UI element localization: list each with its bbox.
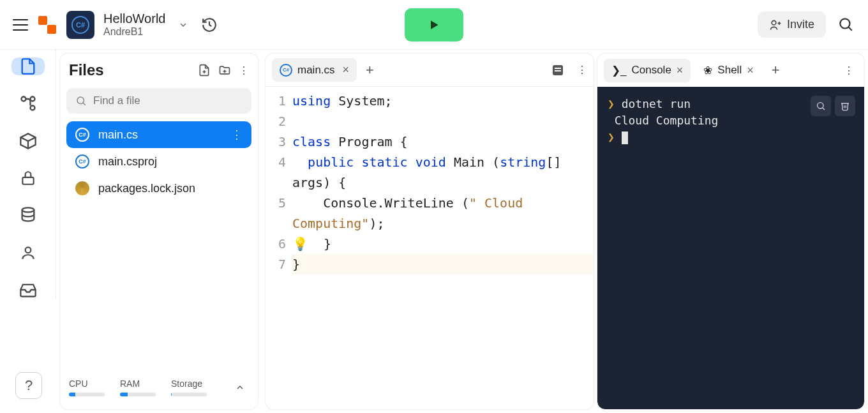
tab-label: Console <box>631 64 671 77</box>
tab-shell[interactable]: ❀ Shell × <box>696 59 761 82</box>
csharp-icon: C# <box>71 16 89 34</box>
svg-rect-9 <box>22 177 33 184</box>
terminal-search-icon[interactable] <box>811 96 831 116</box>
project-icon: C# <box>66 11 94 39</box>
stat-cpu[interactable]: CPU <box>69 379 105 396</box>
chevron-up-icon[interactable] <box>235 382 249 393</box>
code-text: Console.WriteLine ( <box>292 195 469 211</box>
rail-files[interactable] <box>11 57 45 75</box>
code-text: } <box>308 236 331 252</box>
project-info[interactable]: HelloWorld AndreB1 <box>103 11 165 38</box>
file-more-icon[interactable]: ⋮ <box>231 128 243 142</box>
chevron-down-icon[interactable] <box>174 20 192 30</box>
file-item-main-cs[interactable]: C# main.cs ⋮ <box>66 121 251 148</box>
svg-point-6 <box>21 97 26 101</box>
rail-inbox[interactable] <box>11 281 45 299</box>
svg-rect-19 <box>555 68 561 69</box>
svg-point-1 <box>772 20 776 25</box>
rail-packages[interactable] <box>11 132 45 150</box>
terminal-output[interactable]: ❯ dotnet run Cloud Computing ❯ <box>597 87 864 409</box>
help-button[interactable]: ? <box>15 372 42 399</box>
json-icon <box>75 181 89 195</box>
inbox-icon <box>19 281 37 299</box>
lock-icon <box>20 170 36 186</box>
file-name: main.cs <box>98 128 138 142</box>
menu-button[interactable] <box>13 19 28 31</box>
new-file-icon[interactable] <box>198 64 211 77</box>
close-icon[interactable]: × <box>343 63 350 77</box>
svg-point-4 <box>840 19 849 28</box>
left-rail: ? <box>0 50 56 299</box>
close-icon[interactable]: × <box>677 64 684 77</box>
search-icon <box>75 95 87 107</box>
stat-label: RAM <box>120 379 156 389</box>
svg-point-16 <box>77 97 84 104</box>
editor-more-icon[interactable]: ⋮ <box>577 64 587 76</box>
add-tab-button[interactable]: + <box>366 62 374 79</box>
code-area[interactable]: 1234 5 67 using System; class Program { … <box>266 87 594 278</box>
rail-secrets[interactable] <box>11 169 45 187</box>
file-search-input[interactable] <box>93 94 243 107</box>
code-text: System; <box>331 93 392 109</box>
invite-button[interactable]: Invite <box>758 11 826 38</box>
code-kw: class <box>292 134 331 149</box>
files-more-icon[interactable]: ⋮ <box>239 64 249 77</box>
rail-account[interactable] <box>11 243 45 261</box>
database-icon <box>19 206 37 224</box>
person-add-icon <box>769 19 782 31</box>
file-name: packages.lock.json <box>98 182 195 195</box>
header: C# HelloWorld AndreB1 Invite <box>0 0 868 50</box>
terminal-line: Cloud Computing <box>615 114 719 127</box>
doc-view-icon[interactable] <box>550 63 565 78</box>
files-panel: Files ⋮ C# main.cs ⋮ C# main.csproj pack… <box>60 54 258 409</box>
add-terminal-tab[interactable]: + <box>772 62 780 79</box>
code-text: ); <box>369 216 384 231</box>
terminal-tabs: ❯_ Console × ❀ Shell × + ⋮ <box>597 54 864 87</box>
code-kw: string <box>500 154 546 170</box>
project-name: HelloWorld <box>103 11 165 26</box>
run-button[interactable] <box>405 8 463 41</box>
file-search[interactable] <box>66 88 251 114</box>
terminal-command: dotnet run <box>622 97 691 110</box>
svg-line-5 <box>848 27 851 30</box>
project-owner: AndreB1 <box>103 26 165 38</box>
stat-label: Storage <box>171 379 207 389</box>
prompt-icon: ❯ <box>608 130 622 144</box>
tab-main-cs[interactable]: C# main.cs × <box>272 58 357 82</box>
editor-tabs: C# main.cs × + ⋮ <box>266 54 594 87</box>
code-kw: using <box>292 93 331 109</box>
person-icon <box>20 244 36 261</box>
rail-version-control[interactable] <box>11 94 45 112</box>
files-title: Files <box>69 61 104 79</box>
file-icon <box>19 57 37 75</box>
svg-marker-0 <box>431 20 438 29</box>
replit-logo-icon[interactable] <box>37 15 57 35</box>
csharp-icon: C# <box>75 128 89 142</box>
editor-panel: C# main.cs × + ⋮ 1234 5 67 using System;… <box>266 54 594 409</box>
new-folder-icon[interactable] <box>218 64 231 77</box>
rail-database[interactable] <box>11 206 45 224</box>
close-icon[interactable]: × <box>747 64 754 77</box>
resource-stats: CPU RAM Storage <box>66 373 251 402</box>
code-text: Program { <box>331 134 407 149</box>
terminal-clear-icon[interactable] <box>835 96 855 116</box>
file-item-main-csproj[interactable]: C# main.csproj <box>66 148 251 175</box>
lightbulb-icon[interactable]: 💡 <box>292 236 308 252</box>
cursor <box>622 131 628 144</box>
terminal-more-icon[interactable]: ⋮ <box>844 64 858 77</box>
package-icon <box>19 132 37 150</box>
stat-ram[interactable]: RAM <box>120 379 156 396</box>
svg-point-7 <box>30 106 34 110</box>
search-icon[interactable] <box>837 16 855 34</box>
code-kw: public static void <box>308 154 446 170</box>
file-item-packages-lock[interactable]: packages.lock.json <box>66 175 251 202</box>
code-text <box>292 154 308 170</box>
csharp-icon: C# <box>280 64 292 77</box>
invite-label: Invite <box>787 18 814 31</box>
prompt-icon: ❯_ <box>611 64 626 77</box>
stat-storage[interactable]: Storage <box>171 379 207 396</box>
svg-point-10 <box>22 208 34 213</box>
history-icon[interactable] <box>201 17 218 33</box>
stat-label: CPU <box>69 379 105 389</box>
tab-console[interactable]: ❯_ Console × <box>604 59 691 82</box>
